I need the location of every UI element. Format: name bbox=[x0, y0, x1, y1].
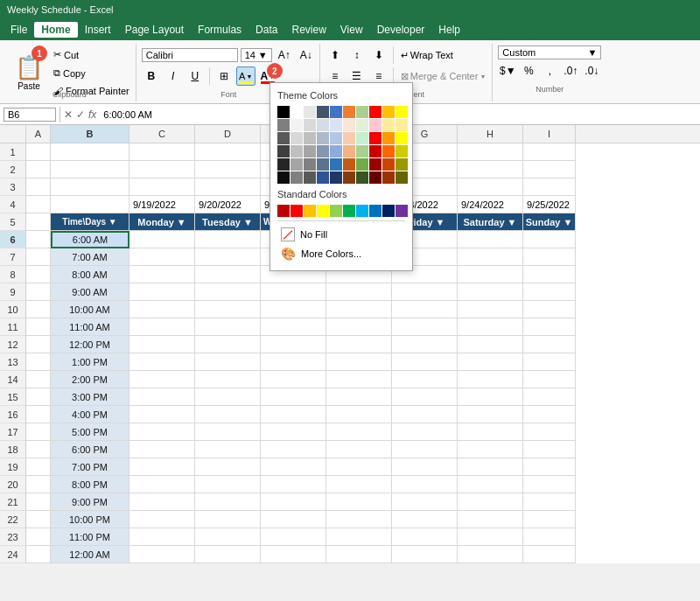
color-swatch[interactable] bbox=[382, 119, 395, 131]
increase-decimal-button[interactable]: .0↑ bbox=[561, 61, 580, 80]
cell[interactable] bbox=[326, 283, 392, 301]
cell-12am[interactable]: 12:00 AM bbox=[51, 546, 130, 563]
cell[interactable] bbox=[523, 388, 576, 406]
color-swatch[interactable] bbox=[330, 158, 342, 171]
increase-font-button[interactable]: A↑ bbox=[275, 45, 294, 65]
color-swatch[interactable] bbox=[277, 145, 290, 157]
cell[interactable] bbox=[326, 406, 392, 423]
color-swatch[interactable] bbox=[356, 171, 368, 184]
bold-button[interactable]: B bbox=[142, 66, 161, 86]
cell[interactable] bbox=[392, 528, 458, 546]
cell[interactable] bbox=[261, 388, 326, 406]
col-header-I[interactable]: I bbox=[523, 125, 576, 143]
insert-function-icon[interactable]: fx bbox=[88, 108, 96, 121]
cell[interactable] bbox=[130, 178, 195, 196]
cell[interactable] bbox=[26, 493, 51, 511]
confirm-formula-icon[interactable]: ✓ bbox=[76, 108, 85, 121]
cell[interactable] bbox=[130, 161, 195, 178]
color-swatch[interactable] bbox=[343, 158, 355, 171]
fill-color-button[interactable]: A ▼ bbox=[236, 66, 256, 86]
cell-date-sat[interactable]: 9/24/2022 bbox=[458, 196, 523, 213]
cell[interactable] bbox=[261, 493, 326, 511]
color-swatch[interactable] bbox=[304, 145, 316, 157]
cell-11am[interactable]: 11:00 AM bbox=[51, 318, 130, 336]
color-swatch[interactable] bbox=[396, 158, 408, 171]
cell[interactable] bbox=[523, 371, 576, 388]
comma-button[interactable]: , bbox=[540, 61, 559, 80]
cell-time-days-header[interactable]: Time\Days ▼ bbox=[51, 213, 130, 231]
cell[interactable] bbox=[261, 353, 326, 371]
cell[interactable] bbox=[523, 143, 576, 161]
color-swatch[interactable] bbox=[330, 171, 342, 184]
color-swatch[interactable] bbox=[356, 158, 368, 171]
cell[interactable] bbox=[458, 423, 523, 441]
cell[interactable] bbox=[458, 353, 523, 371]
cell[interactable] bbox=[130, 353, 195, 371]
color-swatch[interactable] bbox=[290, 145, 303, 157]
cell[interactable] bbox=[261, 511, 326, 528]
color-swatch[interactable] bbox=[290, 171, 303, 184]
cell-date-sun[interactable]: 9/25/2022 bbox=[523, 196, 576, 213]
color-swatch[interactable] bbox=[396, 132, 408, 144]
color-swatch[interactable] bbox=[277, 106, 290, 118]
col-header-B[interactable]: B bbox=[51, 125, 130, 143]
cell[interactable] bbox=[130, 318, 195, 336]
color-swatch[interactable] bbox=[330, 145, 342, 157]
font-size-dropdown[interactable]: 14▼ bbox=[241, 48, 272, 62]
cell[interactable] bbox=[326, 476, 392, 493]
cell[interactable] bbox=[130, 458, 195, 476]
menu-page-layout[interactable]: Page Layout bbox=[118, 22, 191, 38]
color-swatch[interactable] bbox=[369, 132, 382, 144]
cell[interactable] bbox=[392, 283, 458, 301]
row-num-23[interactable]: 23 bbox=[0, 528, 25, 546]
cell[interactable] bbox=[195, 178, 261, 196]
color-swatch[interactable] bbox=[396, 171, 408, 184]
cell[interactable] bbox=[195, 493, 261, 511]
cell[interactable] bbox=[458, 441, 523, 458]
row-num-7[interactable]: 7 bbox=[0, 248, 25, 266]
row-num-9[interactable]: 9 bbox=[0, 283, 25, 301]
menu-table-design[interactable]: Table Design bbox=[467, 22, 546, 38]
cell[interactable] bbox=[26, 406, 51, 423]
cell-9pm[interactable]: 9:00 PM bbox=[51, 493, 130, 511]
row-num-10[interactable]: 10 bbox=[0, 301, 25, 318]
name-box[interactable]: B6 bbox=[4, 108, 56, 122]
align-middle-button[interactable]: ↕ bbox=[347, 45, 367, 65]
cell[interactable] bbox=[458, 301, 523, 318]
cell[interactable] bbox=[130, 423, 195, 441]
color-swatch[interactable] bbox=[317, 132, 329, 144]
cell[interactable] bbox=[392, 546, 458, 563]
cell[interactable] bbox=[26, 143, 51, 161]
row-num-8[interactable]: 8 bbox=[0, 266, 25, 283]
row-num-6[interactable]: 6 bbox=[0, 231, 25, 248]
cell[interactable] bbox=[51, 161, 130, 178]
color-swatch[interactable] bbox=[304, 119, 316, 131]
color-swatch[interactable] bbox=[396, 119, 408, 131]
cell[interactable] bbox=[26, 388, 51, 406]
cell[interactable] bbox=[326, 318, 392, 336]
color-swatch[interactable] bbox=[369, 106, 382, 118]
cell[interactable] bbox=[195, 231, 261, 248]
cell-10am[interactable]: 10:00 AM bbox=[51, 301, 130, 318]
cell[interactable] bbox=[51, 178, 130, 196]
menu-help[interactable]: Help bbox=[431, 22, 467, 38]
cell[interactable] bbox=[458, 283, 523, 301]
cell-7am[interactable]: 7:00 AM bbox=[51, 248, 130, 266]
cell[interactable] bbox=[51, 143, 130, 161]
color-swatch[interactable] bbox=[304, 171, 316, 184]
color-swatch[interactable] bbox=[382, 171, 395, 184]
cell[interactable] bbox=[130, 441, 195, 458]
cell[interactable] bbox=[195, 528, 261, 546]
cell[interactable] bbox=[458, 161, 523, 178]
cell[interactable] bbox=[458, 406, 523, 423]
color-swatch[interactable] bbox=[369, 119, 382, 131]
row-num-12[interactable]: 12 bbox=[0, 336, 25, 353]
cell[interactable] bbox=[392, 423, 458, 441]
cell[interactable] bbox=[195, 371, 261, 388]
cell[interactable] bbox=[261, 476, 326, 493]
color-swatch[interactable] bbox=[290, 106, 303, 118]
cell[interactable] bbox=[261, 336, 326, 353]
cell[interactable] bbox=[130, 283, 195, 301]
cell[interactable] bbox=[26, 423, 51, 441]
cell[interactable] bbox=[26, 511, 51, 528]
